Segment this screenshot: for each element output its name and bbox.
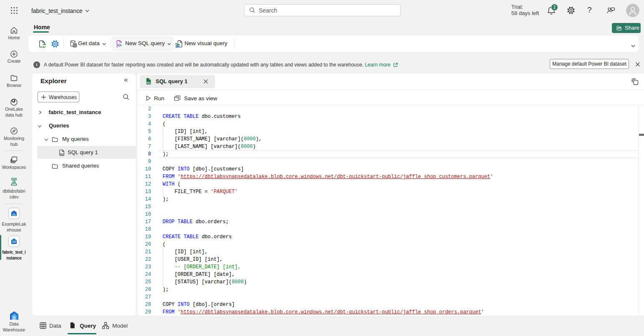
- svg-text:SQL: SQL: [146, 82, 151, 84]
- svg-text:SQL: SQL: [60, 153, 64, 155]
- svg-text:SQL: SQL: [116, 43, 122, 47]
